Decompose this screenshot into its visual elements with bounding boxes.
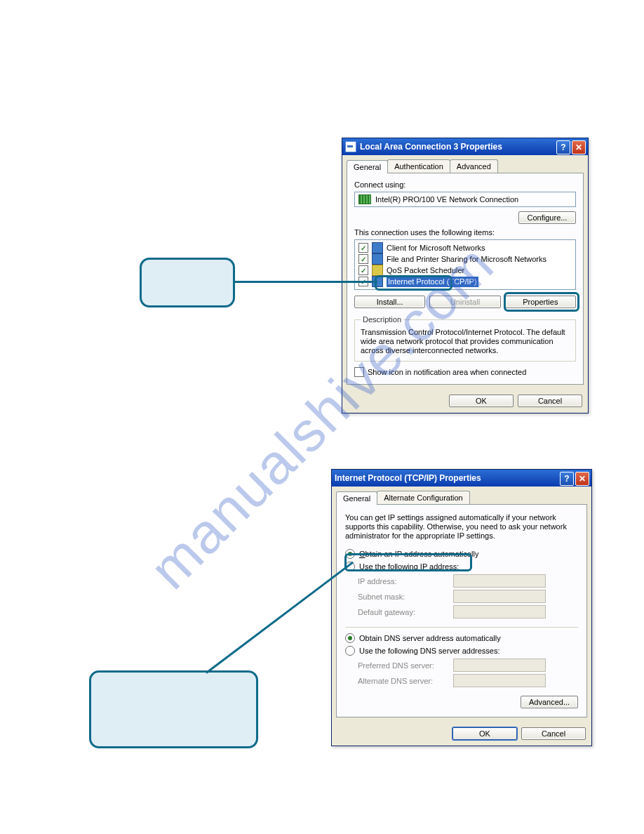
radio-use-ip[interactable]: Use the following IP address: (345, 562, 578, 571)
radio-icon[interactable] (345, 633, 355, 643)
tab-row: General Alternate Configuration (332, 486, 591, 504)
nic-name: Intel(R) PRO/100 VE Network Connection (375, 195, 518, 204)
nic-field: Intel(R) PRO/100 VE Network Connection (354, 192, 576, 207)
uses-label: This connection uses the following items… (354, 228, 576, 237)
install-button[interactable]: Install... (354, 296, 425, 308)
help-button[interactable]: ? (556, 140, 570, 154)
ip-label: IP address: (358, 577, 449, 585)
tab-content: You can get IP settings assigned automat… (336, 504, 587, 717)
service-icon (372, 253, 383, 265)
items-listbox[interactable]: ✓ Client for Microsoft Networks ✓ File a… (354, 239, 576, 290)
ok-button[interactable]: OK (452, 727, 517, 740)
radio-icon[interactable] (345, 549, 355, 559)
uninstall-button: Uninstall (429, 296, 500, 308)
alt-dns-row: Alternate DNS server: (358, 674, 578, 687)
window-title: Internet Protocol (TCP/IP) Properties (335, 473, 481, 483)
close-button[interactable]: ✕ (575, 472, 589, 486)
cancel-button[interactable]: Cancel (521, 727, 586, 740)
checkbox-icon[interactable]: ✓ (358, 254, 368, 264)
configure-button[interactable]: Configure... (518, 211, 576, 224)
gateway-row: Default gateway: (358, 605, 578, 618)
window-title: Local Area Connection 3 Properties (360, 142, 502, 152)
titlebar: Internet Protocol (TCP/IP) Properties ? … (332, 470, 591, 486)
show-icon-row[interactable]: ✓ Show icon in notification area when co… (354, 367, 576, 377)
radio-icon[interactable] (345, 646, 355, 656)
tab-row: General Authentication Advanced (342, 155, 588, 173)
alt-dns-input (453, 674, 546, 687)
mask-input (453, 590, 546, 603)
ip-input (453, 574, 546, 588)
lan-properties-dialog: Local Area Connection 3 Properties ? ✕ G… (342, 138, 589, 413)
tab-general[interactable]: General (347, 160, 388, 173)
ok-button[interactable]: OK (449, 395, 514, 407)
list-item[interactable]: ✓ QoS Packet Scheduler (357, 265, 573, 276)
callout-box-2 (89, 670, 258, 748)
list-item[interactable]: ✓ Internet Protocol (TCP/IP) (357, 276, 573, 287)
cancel-button[interactable]: Cancel (518, 395, 582, 407)
titlebar: Local Area Connection 3 Properties ? ✕ (342, 138, 588, 155)
nic-icon (358, 194, 371, 204)
advanced-button[interactable]: Advanced... (521, 696, 578, 708)
help-button[interactable]: ? (560, 472, 574, 486)
item-label: QoS Packet Scheduler (387, 265, 464, 276)
tab-authentication[interactable]: Authentication (387, 159, 450, 173)
item-label: File and Printer Sharing for Microsoft N… (387, 254, 546, 265)
item-label-selected: Internet Protocol (TCP/IP) (387, 277, 478, 287)
radio-obtain-dns[interactable]: Obtain DNS server address automatically (345, 633, 578, 643)
mask-label: Subnet mask: (358, 593, 449, 601)
checkbox-icon[interactable]: ✓ (358, 243, 368, 253)
description-group: Description Transmission Control Protoco… (354, 315, 576, 362)
tcpip-properties-dialog: Internet Protocol (TCP/IP) Properties ? … (331, 469, 592, 746)
ip-address-row: IP address: (358, 574, 578, 588)
close-button[interactable]: ✕ (572, 140, 586, 154)
dialog-buttons: OK Cancel (342, 389, 588, 413)
show-icon-label: Show icon in notification area when conn… (368, 368, 526, 376)
gw-label: Default gateway: (358, 608, 449, 616)
tab-content: Connect using: Intel(R) PRO/100 VE Netwo… (347, 173, 584, 385)
description-text: Transmission Control Protocol/Internet P… (361, 328, 570, 355)
intro-text: You can get IP settings assigned automat… (345, 513, 578, 541)
list-item[interactable]: ✓ File and Printer Sharing for Microsoft… (357, 253, 573, 265)
description-legend: Description (361, 315, 403, 324)
checkbox-icon[interactable]: ✓ (358, 265, 368, 275)
pref-dns-row: Preferred DNS server: (358, 658, 578, 672)
pref-dns-label: Preferred DNS server: (358, 661, 449, 670)
radio-label: Obtain DNS server address automatically (359, 634, 501, 642)
tab-advanced[interactable]: Advanced (450, 159, 498, 173)
radio-use-dns[interactable]: Use the following DNS server addresses: (345, 646, 578, 656)
dialog-buttons: OK Cancel (332, 722, 591, 746)
window-icon (345, 141, 356, 152)
connector-line-1 (233, 281, 377, 283)
alt-dns-label: Alternate DNS server: (358, 677, 449, 685)
service-icon (372, 265, 383, 276)
gw-input (453, 605, 546, 618)
connect-using-label: Connect using: (354, 180, 576, 189)
radio-label: Use the following IP address: (359, 562, 459, 571)
item-label: Client for Microsoft Networks (387, 243, 485, 253)
properties-button[interactable]: Properties (505, 296, 576, 308)
tab-general[interactable]: General (336, 491, 377, 505)
subnet-mask-row: Subnet mask: (358, 590, 578, 603)
radio-obtain-ip[interactable]: Obtain an IP address automatically (345, 549, 578, 559)
list-item[interactable]: ✓ Client for Microsoft Networks (357, 242, 573, 253)
tab-alt-config[interactable]: Alternate Configuration (377, 491, 470, 504)
checkbox-icon[interactable]: ✓ (354, 367, 364, 377)
radio-label: Use the following DNS server addresses: (359, 647, 500, 655)
radio-label: Obtain an IP address automatically (359, 550, 478, 558)
service-icon (372, 242, 383, 253)
callout-box-1 (140, 258, 235, 307)
pref-dns-input (453, 658, 546, 672)
